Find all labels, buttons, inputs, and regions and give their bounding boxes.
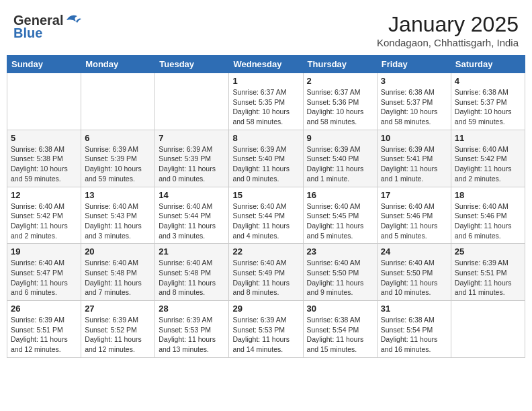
calendar-cell: 5Sunrise: 6:38 AMSunset: 5:38 PMDaylight… — [7, 130, 81, 187]
calendar-cell: 25Sunrise: 6:39 AMSunset: 5:51 PMDayligh… — [451, 244, 525, 301]
day-info: Sunrise: 6:40 AMSunset: 5:48 PMDaylight:… — [85, 258, 151, 298]
calendar-cell: 2Sunrise: 6:37 AMSunset: 5:36 PMDaylight… — [303, 73, 377, 130]
calendar-cell: 27Sunrise: 6:39 AMSunset: 5:52 PMDayligh… — [81, 301, 155, 358]
day-number: 11 — [455, 133, 521, 143]
location-title: Kondagaon, Chhattisgarh, India — [377, 37, 519, 48]
day-number: 24 — [381, 246, 447, 257]
day-number: 3 — [381, 76, 447, 86]
day-number: 8 — [232, 133, 299, 143]
week-row-4: 19Sunrise: 6:40 AMSunset: 5:47 PMDayligh… — [7, 244, 525, 301]
day-number: 16 — [307, 190, 373, 200]
calendar-cell: 23Sunrise: 6:40 AMSunset: 5:50 PMDayligh… — [303, 244, 377, 301]
day-number: 14 — [159, 190, 225, 200]
day-number: 27 — [85, 304, 151, 314]
calendar-cell: 9Sunrise: 6:39 AMSunset: 5:40 PMDaylight… — [303, 130, 377, 187]
calendar-cell: 20Sunrise: 6:40 AMSunset: 5:48 PMDayligh… — [81, 244, 155, 301]
day-number: 4 — [455, 76, 521, 86]
week-row-5: 26Sunrise: 6:39 AMSunset: 5:51 PMDayligh… — [7, 301, 525, 358]
calendar-cell: 26Sunrise: 6:39 AMSunset: 5:51 PMDayligh… — [7, 301, 81, 358]
calendar-cell: 21Sunrise: 6:40 AMSunset: 5:48 PMDayligh… — [155, 244, 229, 301]
calendar-cell: 6Sunrise: 6:39 AMSunset: 5:39 PMDaylight… — [81, 130, 155, 187]
day-info: Sunrise: 6:40 AMSunset: 5:43 PMDaylight:… — [85, 201, 151, 241]
day-info: Sunrise: 6:39 AMSunset: 5:53 PMDaylight:… — [232, 315, 299, 355]
logo-bird-icon — [64, 12, 83, 27]
day-number: 17 — [381, 190, 447, 200]
day-info: Sunrise: 6:40 AMSunset: 5:45 PMDaylight:… — [307, 201, 373, 241]
day-info: Sunrise: 6:39 AMSunset: 5:40 PMDaylight:… — [307, 144, 373, 184]
calendar-cell — [81, 73, 155, 130]
day-info: Sunrise: 6:38 AMSunset: 5:37 PMDaylight:… — [455, 87, 521, 127]
calendar-cell: 18Sunrise: 6:40 AMSunset: 5:46 PMDayligh… — [451, 187, 525, 244]
week-row-2: 5Sunrise: 6:38 AMSunset: 5:38 PMDaylight… — [7, 130, 525, 187]
week-row-1: 1Sunrise: 6:37 AMSunset: 5:35 PMDaylight… — [7, 73, 525, 130]
week-row-3: 12Sunrise: 6:40 AMSunset: 5:42 PMDayligh… — [7, 187, 525, 244]
day-info: Sunrise: 6:39 AMSunset: 5:51 PMDaylight:… — [455, 258, 521, 298]
day-info: Sunrise: 6:39 AMSunset: 5:51 PMDaylight:… — [11, 315, 77, 355]
day-info: Sunrise: 6:37 AMSunset: 5:36 PMDaylight:… — [307, 87, 373, 127]
weekday-header-sunday: Sunday — [7, 56, 81, 73]
calendar-cell: 7Sunrise: 6:39 AMSunset: 5:39 PMDaylight… — [155, 130, 229, 187]
calendar-cell: 3Sunrise: 6:38 AMSunset: 5:37 PMDaylight… — [377, 73, 451, 130]
calendar-cell: 30Sunrise: 6:38 AMSunset: 5:54 PMDayligh… — [303, 301, 377, 358]
weekday-header-row: SundayMondayTuesdayWednesdayThursdayFrid… — [7, 56, 525, 73]
day-info: Sunrise: 6:40 AMSunset: 5:46 PMDaylight:… — [381, 201, 447, 241]
calendar-cell: 24Sunrise: 6:40 AMSunset: 5:50 PMDayligh… — [377, 244, 451, 301]
day-number: 23 — [307, 246, 373, 257]
calendar-cell: 19Sunrise: 6:40 AMSunset: 5:47 PMDayligh… — [7, 244, 81, 301]
day-info: Sunrise: 6:40 AMSunset: 5:47 PMDaylight:… — [11, 258, 77, 298]
weekday-header-tuesday: Tuesday — [155, 56, 229, 73]
day-info: Sunrise: 6:39 AMSunset: 5:39 PMDaylight:… — [85, 144, 151, 184]
day-info: Sunrise: 6:38 AMSunset: 5:54 PMDaylight:… — [381, 315, 447, 355]
calendar-cell: 29Sunrise: 6:39 AMSunset: 5:53 PMDayligh… — [229, 301, 303, 358]
day-number: 25 — [455, 246, 521, 257]
day-number: 21 — [159, 246, 225, 257]
calendar-cell: 15Sunrise: 6:40 AMSunset: 5:44 PMDayligh… — [229, 187, 303, 244]
month-title: January 2025 — [377, 12, 519, 37]
day-info: Sunrise: 6:39 AMSunset: 5:41 PMDaylight:… — [381, 144, 447, 184]
day-number: 30 — [307, 304, 373, 314]
calendar-cell — [7, 73, 81, 130]
day-info: Sunrise: 6:40 AMSunset: 5:42 PMDaylight:… — [455, 144, 521, 184]
day-info: Sunrise: 6:40 AMSunset: 5:50 PMDaylight:… — [307, 258, 373, 298]
calendar-cell: 11Sunrise: 6:40 AMSunset: 5:42 PMDayligh… — [451, 130, 525, 187]
calendar-cell: 10Sunrise: 6:39 AMSunset: 5:41 PMDayligh… — [377, 130, 451, 187]
day-number: 20 — [85, 246, 151, 257]
day-info: Sunrise: 6:37 AMSunset: 5:35 PMDaylight:… — [232, 87, 299, 127]
calendar-cell — [451, 301, 525, 358]
day-info: Sunrise: 6:40 AMSunset: 5:42 PMDaylight:… — [11, 201, 77, 241]
weekday-header-friday: Friday — [377, 56, 451, 73]
day-info: Sunrise: 6:39 AMSunset: 5:52 PMDaylight:… — [85, 315, 151, 355]
day-number: 9 — [307, 133, 373, 143]
weekday-header-monday: Monday — [81, 56, 155, 73]
day-info: Sunrise: 6:40 AMSunset: 5:50 PMDaylight:… — [381, 258, 447, 298]
day-number: 31 — [381, 304, 447, 314]
day-number: 12 — [11, 190, 77, 200]
day-number: 10 — [381, 133, 447, 143]
day-number: 7 — [159, 133, 225, 143]
calendar-cell: 8Sunrise: 6:39 AMSunset: 5:40 PMDaylight… — [229, 130, 303, 187]
day-info: Sunrise: 6:39 AMSunset: 5:53 PMDaylight:… — [159, 315, 225, 355]
day-number: 26 — [11, 304, 77, 314]
day-info: Sunrise: 6:39 AMSunset: 5:40 PMDaylight:… — [232, 144, 299, 184]
calendar-cell: 28Sunrise: 6:39 AMSunset: 5:53 PMDayligh… — [155, 301, 229, 358]
day-number: 28 — [159, 304, 225, 314]
logo: General Blue — [13, 12, 83, 41]
calendar-cell: 31Sunrise: 6:38 AMSunset: 5:54 PMDayligh… — [377, 301, 451, 358]
calendar-cell: 12Sunrise: 6:40 AMSunset: 5:42 PMDayligh… — [7, 187, 81, 244]
weekday-header-wednesday: Wednesday — [229, 56, 303, 73]
day-number: 6 — [85, 133, 151, 143]
title-block: January 2025 Kondagaon, Chhattisgarh, In… — [377, 12, 519, 48]
calendar-cell — [155, 73, 229, 130]
day-info: Sunrise: 6:40 AMSunset: 5:49 PMDaylight:… — [232, 258, 299, 298]
calendar-cell: 4Sunrise: 6:38 AMSunset: 5:37 PMDaylight… — [451, 73, 525, 130]
day-number: 1 — [232, 76, 299, 86]
day-info: Sunrise: 6:40 AMSunset: 5:44 PMDaylight:… — [232, 201, 299, 241]
logo-blue: Blue — [13, 26, 42, 41]
day-info: Sunrise: 6:38 AMSunset: 5:37 PMDaylight:… — [381, 87, 447, 127]
header: General Blue January 2025 Kondagaon, Chh… — [7, 7, 525, 52]
calendar-cell: 13Sunrise: 6:40 AMSunset: 5:43 PMDayligh… — [81, 187, 155, 244]
day-number: 22 — [232, 246, 299, 257]
day-number: 5 — [11, 133, 77, 143]
day-info: Sunrise: 6:38 AMSunset: 5:38 PMDaylight:… — [11, 144, 77, 184]
day-info: Sunrise: 6:39 AMSunset: 5:39 PMDaylight:… — [159, 144, 225, 184]
